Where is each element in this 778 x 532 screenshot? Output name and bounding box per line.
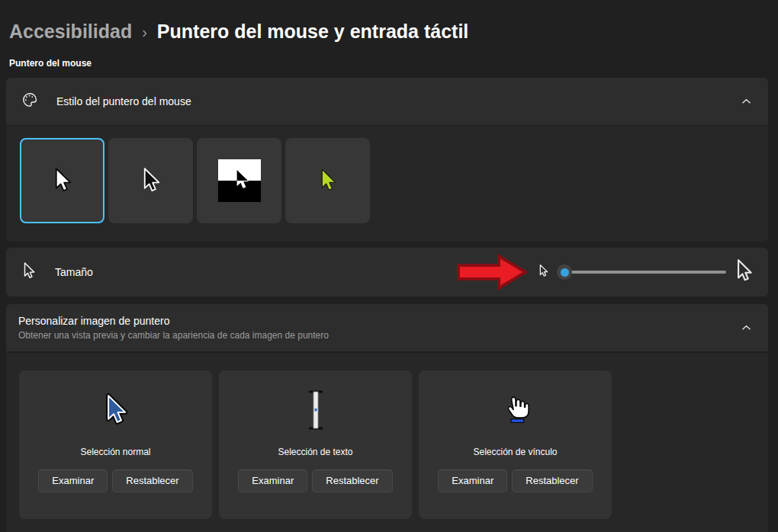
browse-button[interactable]: Examinar [438,470,507,492]
pointer-style-options [6,126,768,242]
text-select-cursor [299,381,333,439]
breadcrumb: Accesibilidad › Puntero del mouse y entr… [6,0,768,43]
size-label: Tamaño [55,266,93,278]
palette-icon [21,91,38,111]
pointer-option-white[interactable] [20,138,104,223]
customize-pointer-header[interactable]: Personalizar imagen de puntero Obtener u… [6,304,768,353]
red-arrow-annotation [456,253,529,291]
reset-button[interactable]: Restablecer [112,470,192,492]
pointer-size-row: Tamaño [6,248,768,296]
section-label: Puntero del mouse [9,58,768,69]
pointer-style-header[interactable]: Estilo del puntero del mouse [6,78,768,126]
browse-button[interactable]: Examinar [238,470,307,492]
pointer-size-slider[interactable] [557,263,726,281]
slider-track[interactable] [564,271,726,274]
chevron-up-icon[interactable] [741,325,751,331]
pointer-card-normal-select: Selección normal Examinar Restablecer [19,370,212,519]
link-select-cursor [500,381,532,439]
pointer-option-custom-green[interactable] [285,138,370,223]
large-cursor-icon [734,258,754,287]
pointer-style-title: Estilo del puntero del mouse [56,95,191,107]
customize-pointer-expander: Personalizar imagen de puntero Obtener u… [6,304,768,532]
pointer-card-label: Selección de vínculo [473,447,557,457]
pointer-card-link-select: Selección de vínculo Examinar Restablece… [419,370,612,519]
pointer-option-black[interactable] [108,138,193,223]
chevron-up-icon[interactable] [741,98,751,104]
cursor-arrow-icon [21,261,37,284]
breadcrumb-parent[interactable]: Accesibilidad [9,21,132,43]
reset-button[interactable]: Restablecer [512,470,592,492]
normal-select-cursor [102,381,130,439]
customize-pointer-body: Selección normal Examinar Restablecer Se… [6,353,768,532]
pointer-card-text-select: Selección de texto Examinar Restablecer [219,370,412,519]
pointer-style-expander: Estilo del puntero del mouse [6,78,768,242]
browse-button[interactable]: Examinar [38,470,108,492]
pointer-card-label: Selección normal [80,447,150,457]
settings-page: Accesibilidad › Puntero del mouse y entr… [6,0,768,532]
pointer-option-inverted[interactable] [197,138,281,223]
pointer-card-label: Selección de texto [278,447,352,457]
reset-button[interactable]: Restablecer [312,470,392,492]
breadcrumb-separator-icon: › [142,22,147,41]
slider-thumb[interactable] [557,264,572,280]
small-cursor-icon [538,264,549,281]
page-title: Puntero del mouse y entrada táctil [157,21,468,43]
customize-title: Personalizar imagen de puntero [18,315,329,327]
customize-subtitle: Obtener una vista previa y cambiar la ap… [18,330,329,341]
